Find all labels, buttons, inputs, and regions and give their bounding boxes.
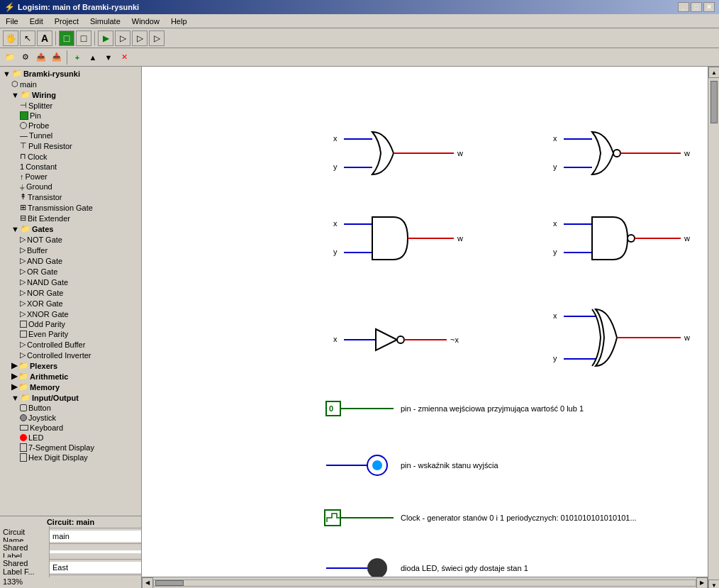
menu-file[interactable]: File: [3, 16, 21, 26]
xnor-gate-icon: ▷: [20, 309, 26, 318]
menu-bar: File Edit Project Simulate Window Help: [0, 14, 719, 28]
scroll-track-y[interactable]: [708, 81, 719, 579]
tree-item-main[interactable]: ⬡ main: [1, 79, 140, 89]
scroll-up-button[interactable]: ▲: [708, 67, 719, 78]
scroll-right-button[interactable]: ▶: [696, 577, 708, 589]
tree-item-label: OR Gate: [27, 267, 57, 276]
scroll-down-button[interactable]: ▼: [708, 579, 719, 588]
tool-add-item[interactable]: +: [70, 50, 84, 65]
scrollbar-vertical[interactable]: ▲ ▼: [708, 67, 719, 588]
tree-item-gates[interactable]: ▼ 📁 Gates: [1, 223, 140, 234]
expand-icon: ▶: [11, 382, 17, 392]
nor-bubble: [613, 150, 620, 157]
tool-triangle3[interactable]: ▷: [149, 30, 165, 46]
tree-item-button[interactable]: Button: [1, 403, 140, 413]
tree-item-xor-gate[interactable]: ▷ XOR Gate: [1, 298, 140, 309]
tree-item-bit-extender[interactable]: ⊟ Bit Extender: [1, 213, 140, 223]
odd-parity-icon: [20, 321, 27, 328]
tree-item-label: AND Gate: [27, 257, 62, 265]
tree-item-power[interactable]: ↑ Power: [1, 172, 140, 182]
tree-item-label: Arithmetic: [30, 372, 68, 381]
tree-item-hex-digit[interactable]: Hex Digit Display: [1, 453, 140, 462]
tree-item-7seg[interactable]: 7-Segment Display: [1, 443, 140, 453]
menu-project[interactable]: Project: [52, 16, 82, 26]
tool-edit2[interactable]: □: [76, 30, 91, 46]
tree-item-constant[interactable]: 1 Constant: [1, 162, 140, 172]
tree-item-led[interactable]: LED: [1, 433, 140, 443]
tree-item-joystick[interactable]: Joystick: [1, 413, 140, 423]
nor-gate-shape: [592, 132, 613, 174]
tree-item-arithmetic[interactable]: ▶ 📁 Arithmetic: [1, 371, 140, 382]
minimize-button[interactable]: _: [678, 2, 689, 12]
tree-item-and-gate[interactable]: ▷ AND Gate: [1, 255, 140, 266]
shared-label-f-value: East: [50, 562, 141, 573]
menu-help[interactable]: Help: [168, 16, 190, 26]
tree-item-not-gate[interactable]: ▷ NOT Gate: [1, 234, 140, 245]
tree-item-keyboard[interactable]: Keyboard: [1, 423, 140, 433]
tree-item-nor-gate[interactable]: ▷ NOR Gate: [1, 287, 140, 298]
tree-view[interactable]: ▼ 📁 Bramki-rysunki ⬡ main ▼ 📁 Wiring ⊣ S…: [0, 67, 141, 516]
tree-item-bramki[interactable]: ▼ 📁 Bramki-rysunki: [1, 68, 140, 79]
tree-item-controlled-inverter[interactable]: ▷ Controlled Inverter: [1, 350, 140, 360]
tree-item-probe[interactable]: Probe: [1, 121, 140, 131]
tool-triangle2[interactable]: ▷: [132, 30, 147, 46]
menu-window[interactable]: Window: [129, 16, 162, 26]
tree-item-label: Controlled Inverter: [27, 351, 91, 360]
tree-item-plexers[interactable]: ▶ 📁 Plexers: [1, 360, 140, 371]
tree-item-even-parity[interactable]: Even Parity: [1, 329, 140, 339]
tool-export[interactable]: 📤: [34, 50, 48, 65]
xor-gate-icon: ▷: [20, 299, 26, 308]
tool-play[interactable]: ▶: [98, 30, 113, 46]
tool-settings[interactable]: ⚙: [18, 50, 33, 65]
scroll-thumb-x[interactable]: [155, 580, 184, 586]
tree-item-buffer[interactable]: ▷ Buffer: [1, 245, 140, 255]
tool-down[interactable]: ▼: [101, 50, 116, 65]
close-button[interactable]: ✕: [703, 2, 715, 12]
label-x3: x: [333, 219, 338, 228]
tree-item-memory[interactable]: ▶ 📁 Memory: [1, 382, 140, 392]
menu-simulate[interactable]: Simulate: [87, 16, 123, 26]
tool-up[interactable]: ▲: [86, 50, 100, 65]
tree-item-tunnel[interactable]: — Tunnel: [1, 131, 140, 140]
title-controls: _ □ ✕: [678, 2, 715, 12]
label-x4: x: [553, 219, 557, 228]
tool-remove[interactable]: ✕: [117, 50, 131, 65]
tree-item-input-output[interactable]: ▼ 📁 Input/Output: [1, 392, 140, 403]
tool-import[interactable]: 📥: [50, 50, 64, 65]
scroll-track-x[interactable]: [153, 579, 696, 587]
tool-text[interactable]: A: [37, 30, 52, 46]
tool-triangle1[interactable]: ▷: [115, 30, 130, 46]
not-gate-shape: [376, 329, 397, 350]
canvas-area[interactable]: x y w x y w: [142, 67, 719, 588]
label-y6: y: [553, 354, 557, 362]
scrollbar-horizontal[interactable]: ◀ ▶: [142, 577, 708, 588]
tree-item-pin[interactable]: Pin: [1, 111, 140, 121]
tree-item-clock[interactable]: ⊓ Clock: [1, 151, 140, 162]
shared-label-value: [50, 550, 141, 553]
tree-item-odd-parity[interactable]: Odd Parity: [1, 319, 140, 329]
label-y3: y: [333, 248, 338, 256]
tree-item-transmission-gate[interactable]: ⊞ Transmission Gate: [1, 202, 140, 213]
tree-item-splitter[interactable]: ⊣ Splitter: [1, 100, 140, 111]
tree-item-wiring[interactable]: ▼ 📁 Wiring: [1, 89, 140, 100]
tree-item-controlled-buffer[interactable]: ▷ Controlled Buffer: [1, 339, 140, 350]
tree-item-nand-gate[interactable]: ▷ NAND Gate: [1, 277, 140, 287]
tool-pointer[interactable]: ↖: [20, 30, 35, 46]
constant-icon: 1: [20, 162, 24, 171]
toolbar-sep-1: [55, 31, 56, 45]
tree-item-pull-resistor[interactable]: ⊤ Pull Resistor: [1, 140, 140, 151]
not-bubble: [397, 336, 404, 343]
scroll-left-button[interactable]: ◀: [142, 577, 153, 589]
tool-add[interactable]: □: [59, 30, 74, 46]
label-x5: x: [333, 335, 338, 343]
menu-edit[interactable]: Edit: [27, 16, 46, 26]
tool-folder[interactable]: 📁: [3, 50, 17, 65]
tree-item-or-gate[interactable]: ▷ OR Gate: [1, 266, 140, 277]
maximize-button[interactable]: □: [691, 2, 702, 12]
tree-item-ground[interactable]: ⏚ Ground: [1, 182, 140, 192]
tree-item-xnor-gate[interactable]: ▷ XNOR Gate: [1, 309, 140, 319]
tool-hand[interactable]: 🖐: [3, 30, 18, 46]
nand-bubble: [628, 235, 635, 242]
tree-item-transistor[interactable]: ↟ Transistor: [1, 192, 140, 202]
scroll-thumb-y[interactable]: [710, 81, 718, 123]
